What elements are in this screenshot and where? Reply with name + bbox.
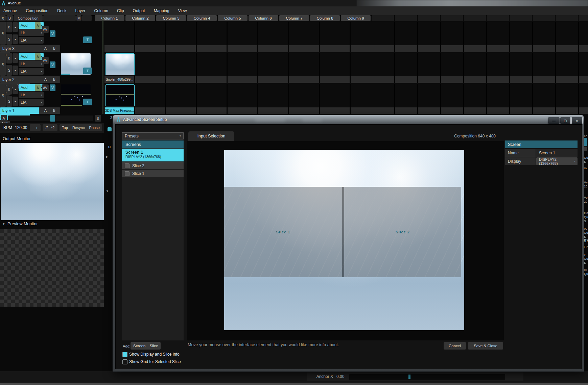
clip-grid-row-layer1[interactable] [104, 84, 372, 107]
save-close-button[interactable]: Save & Close [468, 342, 503, 350]
bpm-decrease-button[interactable]: - [32, 126, 33, 130]
layer3-bypass-button[interactable]: B [6, 22, 12, 32]
layer2-av-button[interactable]: AV [42, 57, 49, 64]
menu-composition[interactable]: Composition [26, 8, 48, 13]
layer2-clear-button[interactable]: X [0, 53, 6, 76]
layer2-video-button[interactable]: V [50, 61, 55, 68]
layer1-deck-a[interactable]: A [44, 108, 47, 112]
bpm-dec-inc[interactable]: -+ [30, 124, 41, 131]
layer1-down-arrow-icon[interactable]: ▼ [13, 97, 18, 106]
layer2-name[interactable]: layer 2 [0, 76, 41, 83]
collapse-triangle-icon[interactable]: ▼ [2, 223, 5, 226]
layer1-video-button[interactable]: V [50, 84, 55, 91]
layer3-transition-button[interactable]: T [83, 36, 92, 43]
composition-bypass-button[interactable]: B [6, 15, 13, 21]
layer1-solo-button[interactable]: S [6, 96, 12, 107]
bpm-half-button[interactable]: /2 [46, 126, 49, 130]
tap-button[interactable]: Tap [62, 126, 68, 130]
add-slice-button[interactable]: Slice [149, 344, 158, 348]
column-header-3[interactable]: Column 3 [156, 15, 186, 21]
layer1-column1-clip-name[interactable]: 3DS Max Firewor... [105, 107, 134, 114]
crossfader-a-button[interactable]: A [1, 115, 7, 122]
layer2-bypass-button[interactable]: B [6, 53, 12, 63]
screen1-list-item[interactable]: Screen 1 DISPLAY2 (1366x768) [122, 149, 184, 161]
layer2-audio-button[interactable]: A [35, 53, 41, 60]
layer2-deck-b[interactable]: B [53, 77, 55, 81]
column-header-2[interactable]: Column 2 [125, 15, 155, 21]
bpm-double-button[interactable]: *2 [51, 126, 54, 130]
pause-button[interactable]: Pause [89, 126, 100, 130]
layer3-av-button[interactable]: AV [42, 26, 49, 33]
minimize-button[interactable]: — [548, 117, 560, 124]
tab-input-selection[interactable]: Input Selection [188, 131, 234, 141]
bpm-half-double[interactable]: /2*2 [43, 124, 57, 131]
anchor-x-slider-track[interactable] [349, 374, 506, 380]
anchor-x-slider-handle[interactable] [408, 375, 410, 379]
layer2-mode-dropdown[interactable]: LIA▾ [19, 68, 44, 75]
menu-view[interactable]: View [178, 8, 187, 13]
layer3-down-arrow-icon[interactable]: ▼ [13, 34, 18, 44]
presets-dropdown[interactable]: Presets ▾ [122, 132, 184, 139]
add-screen-button[interactable]: Screen [133, 344, 145, 348]
bpm-increase-button[interactable]: + [36, 126, 38, 130]
clip-grid-row-layer1-ext[interactable] [372, 84, 588, 107]
close-button[interactable]: ✕ [571, 117, 583, 124]
clip-grid-row-layer3[interactable] [104, 22, 372, 45]
layer3-deck-b[interactable]: B [53, 46, 55, 50]
column-header-7[interactable]: Column 7 [279, 15, 309, 21]
layer2-deck-a[interactable]: A [44, 77, 47, 81]
slice1-region[interactable]: Slice 1 [224, 187, 342, 277]
layer3-solo-button[interactable]: S [6, 34, 12, 45]
bpm-transport[interactable]: TapResyncPause [60, 124, 102, 131]
slice2-region[interactable]: Slice 2 [344, 187, 461, 277]
clip-grid-row-layer2[interactable] [104, 53, 372, 76]
layer2-up-arrow-icon[interactable]: ▲ [13, 53, 18, 63]
menu-column[interactable]: Column [94, 8, 108, 13]
menu-avenue[interactable]: Avenue [3, 8, 17, 13]
clip-grid-row-layer3-ext[interactable] [372, 22, 588, 45]
show-display-info-checkbox[interactable] [122, 352, 127, 357]
menu-mapping[interactable]: Mapping [154, 8, 169, 13]
slice2-list-item[interactable]: Slice 2 [122, 162, 184, 169]
layer1-audio-button[interactable]: A [35, 84, 41, 91]
layer1-clear-button[interactable]: X [0, 84, 6, 107]
clip-grid-row-layer2-ext[interactable] [372, 53, 588, 76]
layer3-up-arrow-icon[interactable]: ▲ [13, 22, 18, 32]
layer1-av-button[interactable]: AV [42, 84, 49, 91]
layer3-video-button[interactable]: V [50, 30, 55, 37]
layer1-mode-dropdown[interactable]: LIA▾ [19, 99, 44, 106]
crossfader-b-button[interactable]: B [95, 115, 101, 122]
bpm-value[interactable]: 120.00 [15, 125, 27, 130]
column-header-8[interactable]: Column 8 [310, 15, 340, 21]
show-grid-label[interactable]: Show Grid for Selected Slice [129, 359, 181, 364]
composition-label[interactable]: Composition [14, 15, 43, 21]
slice2-checkbox[interactable] [125, 163, 130, 168]
maximize-button[interactable]: ▢ [560, 117, 571, 124]
display-dropdown[interactable]: DISPLAY2 (1366x768) ▾ [536, 157, 578, 165]
menu-clip[interactable]: Clip [117, 8, 124, 13]
layer1-deck-b[interactable]: B [53, 108, 55, 112]
slice1-checkbox[interactable] [125, 171, 130, 176]
anchor-x-value[interactable]: 0.00 [336, 374, 344, 379]
crossfader-handle[interactable] [50, 115, 55, 122]
layer3-fader-dropdown[interactable]: Lit▾ [19, 29, 44, 36]
layer1-column1-clip-thumbnail[interactable] [105, 84, 135, 106]
layer1-up-arrow-icon[interactable]: ▲ [13, 84, 18, 94]
slice1-list-item[interactable]: Slice 1 [122, 170, 184, 177]
layer2-solo-button[interactable]: S [6, 65, 12, 76]
menu-deck[interactable]: Deck [57, 8, 66, 13]
composition-master-button[interactable]: M [76, 15, 81, 21]
layer2-column1-clip-thumbnail[interactable] [105, 53, 135, 75]
menu-output[interactable]: Output [133, 8, 145, 13]
layer3-mode-dropdown[interactable]: LIA▾ [19, 37, 44, 44]
column-header-4[interactable]: Column 4 [187, 15, 217, 21]
layer3-deck-a[interactable]: A [44, 46, 47, 50]
layer2-transition-button[interactable]: T [83, 68, 92, 74]
layer3-audio-button[interactable]: A [35, 22, 41, 29]
layer1-bypass-button[interactable]: B [6, 84, 12, 95]
layer3-clear-button[interactable]: X [0, 22, 6, 45]
menu-layer[interactable]: Layer [75, 8, 86, 13]
resync-button[interactable]: Resync [72, 126, 85, 130]
layer1-fader-dropdown[interactable]: Lit▾ [19, 92, 44, 98]
cancel-button[interactable]: Cancel [444, 342, 466, 350]
